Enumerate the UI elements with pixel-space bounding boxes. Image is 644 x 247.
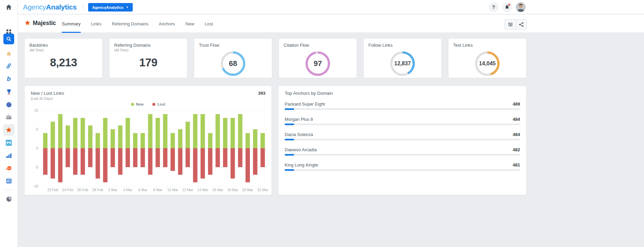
notifications-button[interactable] (502, 2, 512, 12)
sidebar-item-search-active[interactable] (0, 33, 18, 45)
toolbox-icon (6, 114, 12, 120)
stat-card-title: Backlinks (29, 43, 48, 48)
sidebar-item-reports[interactable] (0, 150, 18, 161)
bar-lost-25 (223, 148, 227, 167)
x-axis-label: 18 Mar (227, 188, 238, 192)
bar-new-8 (96, 133, 100, 148)
bar-lost-2 (51, 148, 55, 179)
bar-lost-22 (201, 148, 205, 179)
bar-new-4 (66, 126, 70, 148)
bar-new-19 (178, 129, 182, 148)
donut-gauge: 12,837 (390, 51, 415, 76)
stat-card-value: 12,837 (390, 51, 415, 76)
help-button[interactable]: ? (489, 2, 498, 12)
sidebar-item-backlinks[interactable] (0, 60, 18, 72)
sidebar-divider (4, 190, 14, 190)
anchor-count-value: 484 (513, 117, 520, 122)
sidebar-item-news[interactable] (0, 175, 18, 187)
account-selector-label: AgencyAnalytics (92, 5, 124, 9)
bar-lost-8 (96, 148, 100, 179)
sidebar-item-majestic-active[interactable] (0, 124, 18, 136)
x-axis-label: 4 Mar (123, 188, 132, 192)
user-avatar[interactable] (516, 2, 526, 12)
sidebar-item-home[interactable] (0, 0, 18, 14)
x-axis-label: 22 Mar (257, 188, 268, 192)
bar-lost-11 (118, 148, 123, 175)
share-button[interactable] (516, 19, 527, 29)
tab-summary[interactable]: Summary (62, 15, 81, 33)
trophy-icon (6, 89, 12, 95)
bar-lost-19 (178, 148, 182, 175)
bar-new-29 (253, 129, 257, 148)
legend-item-lost[interactable]: Lost (152, 102, 165, 106)
filter-settings-button[interactable] (505, 19, 516, 29)
tab-bar: SummaryLinksReferring DomainsAnchorsNewL… (62, 15, 213, 33)
logo-text-light: Agency (23, 3, 46, 11)
x-axis-label: 6 Mar (138, 188, 147, 192)
x-axis-label: 10 Mar (167, 188, 178, 192)
stat-card-backlinks: Backlinks(All Time)8,213 (24, 38, 103, 78)
pie-chart-icon (6, 196, 12, 202)
account-selector-button[interactable]: AgencyAnalytics ▼ (88, 3, 133, 12)
sidebar-item-overview[interactable] (0, 193, 18, 205)
anchor-progress-track (285, 139, 520, 140)
anchor-row: Daewoo Arcadia 482 (285, 147, 520, 156)
stat-card-text-links: Text Links 14,045 (448, 38, 526, 78)
anchor-row: King Long Kingte 481 (285, 162, 520, 171)
majestic-star-icon (5, 127, 12, 133)
bar-new-10 (110, 129, 115, 148)
bar-new-16 (156, 118, 160, 148)
notification-badge (508, 3, 511, 6)
tab-lost[interactable]: Lost (205, 15, 213, 33)
bar-lost-23 (208, 148, 212, 175)
share-icon (519, 22, 524, 27)
legend-label: New (136, 102, 144, 106)
bar-new-7 (88, 126, 93, 148)
tab-new[interactable]: New (185, 15, 194, 33)
legend-item-new[interactable]: New (131, 102, 144, 106)
stat-card-value: 97 (305, 51, 331, 76)
stat-card-value: 8,213 (25, 56, 102, 69)
x-axis-label: 8 Mar (153, 188, 162, 192)
sidebar-item-moz[interactable] (0, 137, 18, 149)
sidebar-item-toolbox[interactable] (0, 111, 18, 123)
sidebar-item-bing[interactable]: b (0, 73, 18, 85)
anchor-progress-fill (285, 139, 294, 140)
donut-gauge: 97 (305, 51, 331, 76)
stat-card-citation-flow: Citation Flow 97 (279, 38, 357, 78)
bar-lost-24 (215, 148, 220, 167)
bar-lost-27 (238, 148, 242, 167)
globe-icon (6, 102, 12, 108)
agencyanalytics-logo: AgencyAnalytics (23, 0, 77, 14)
anchor-count-value: 482 (513, 147, 520, 152)
stat-card-value: 68 (220, 51, 246, 76)
bar-new-9 (103, 118, 107, 148)
tab-links[interactable]: Links (91, 15, 101, 33)
sidebar-item-alexa[interactable]: a (0, 48, 18, 59)
chart-subtitle: (Last 30 Days) (31, 97, 53, 100)
anchors-title: Top Anchors by Domain (285, 91, 333, 96)
anchor-domain-label: Packard Super Eight (285, 102, 325, 107)
y-axis-tick: 10 (34, 108, 38, 112)
x-axis-label: 16 Mar (212, 188, 223, 192)
sidebar-item-semrush[interactable] (0, 162, 18, 174)
bar-lost-1 (43, 148, 48, 175)
sidebar-item-web[interactable] (0, 99, 18, 110)
anchors-list: Packard Super Eight 489 Morgan Plus 8 48… (285, 102, 520, 178)
bar-lost-6 (81, 148, 85, 175)
avatar-photo (516, 2, 525, 12)
donut-gauge: 14,045 (474, 51, 500, 76)
legend-label: Lost (157, 102, 165, 106)
stat-card-title: Follow Links (368, 43, 393, 48)
stat-card-title: Text Links (453, 43, 473, 48)
tab-anchors[interactable]: Anchors (159, 15, 175, 33)
sidebar-item-rankings[interactable] (0, 86, 18, 97)
search-icon (6, 36, 11, 42)
x-axis-label: 28 Feb (92, 188, 103, 192)
x-axis-label: 22 Feb (47, 188, 58, 192)
bar-new-20 (185, 122, 190, 148)
stat-card-title: Trust Flow (199, 43, 219, 48)
help-icon: ? (492, 4, 495, 10)
anchor-row: Morgan Plus 8 484 (285, 117, 520, 125)
tab-referring-domains[interactable]: Referring Domains (112, 15, 148, 33)
